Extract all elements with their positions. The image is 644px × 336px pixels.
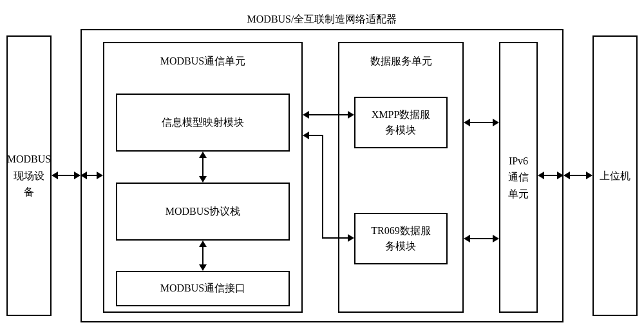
arrow-head [199,152,207,158]
arrow-head [564,172,570,179]
arrow-head [303,132,309,139]
arrow-line [322,237,349,239]
arrow-head [464,119,470,126]
arrow-line [202,246,204,266]
modbus-protocol-stack-label: MODBUS协议栈 [166,205,240,219]
modbus-field-device-label: MODBUS 现场设 备 [7,151,51,201]
arrow-head [199,264,207,271]
arrow-head [80,172,87,179]
data-service-unit-title: 数据服务单元 [338,55,464,68]
arrow-head [586,172,592,179]
arrow-head [557,172,564,179]
arrow-line [57,175,75,176]
data-service-unit-title-text: 数据服务单元 [370,55,432,66]
host-computer-label: 上位机 [600,168,630,184]
modbus-field-device: MODBUS 现场设 备 [6,35,52,316]
info-model-mapping-label: 信息模型映射模块 [162,116,244,130]
arrow-head [493,119,499,126]
tr069-module-label: TR069数据服 务模块 [371,223,430,254]
adapter-title: MODBUS/全互联制造网络适配器 [193,13,451,26]
modbus-protocol-stack: MODBUS协议栈 [116,183,290,241]
arrow-line [308,135,323,136]
arrow-line [569,175,587,176]
tr069-data-service-module: TR069数据服 务模块 [354,213,448,264]
modbus-comm-interface-label: MODBUS通信接口 [160,282,245,295]
xmpp-data-service-module: XMPP数据服 务模块 [354,97,448,148]
arrow-head [199,176,207,183]
adapter-title-text: MODBUS/全互联制造网络适配器 [247,14,397,25]
host-computer: 上位机 [592,35,638,316]
arrow-head [348,111,354,119]
arrow-head [97,172,103,179]
arrow-line [322,135,323,239]
arrow-line [308,114,349,115]
modbus-comm-interface: MODBUS通信接口 [116,271,290,306]
modbus-comm-unit-title: MODBUS通信单元 [103,55,303,68]
arrow-line [202,157,204,177]
ipv6-comm-unit: IPv6 通信 单元 [499,42,538,313]
arrow-head [538,172,544,179]
arrow-head [464,235,470,242]
ipv6-comm-unit-label: IPv6 通信 单元 [508,153,529,203]
arrow-head [303,111,309,119]
arrow-line [469,238,494,239]
arrow-head [74,172,80,179]
arrow-head [348,234,354,242]
modbus-comm-unit-title-text: MODBUS通信单元 [160,55,245,66]
arrow-line [543,175,558,176]
info-model-mapping-module: 信息模型映射模块 [116,94,290,152]
arrow-line [469,122,494,123]
xmpp-module-label: XMPP数据服 务模块 [372,107,431,138]
data-service-unit [338,42,464,313]
arrow-head [493,235,499,242]
arrow-head [199,241,207,247]
arrow-head [52,172,58,179]
